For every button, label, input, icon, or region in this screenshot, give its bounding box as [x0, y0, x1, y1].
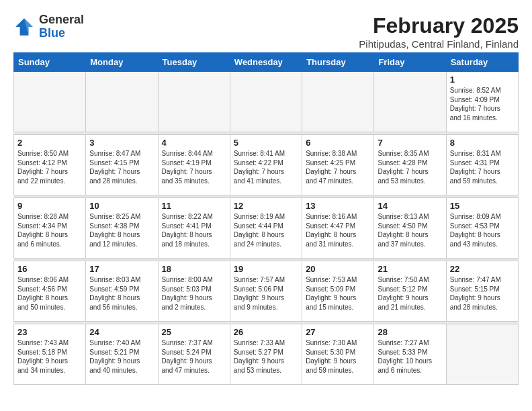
calendar-day: 22Sunrise: 7:47 AM Sunset: 5:15 PM Dayli… — [446, 261, 518, 322]
day-number: 24 — [89, 327, 154, 337]
calendar-header-sunday: Sunday — [14, 53, 86, 72]
calendar-header-friday: Friday — [374, 53, 446, 72]
logo: General Blue — [13, 13, 84, 40]
calendar-day: 18Sunrise: 8:00 AM Sunset: 5:03 PM Dayli… — [158, 261, 230, 322]
day-info: Sunrise: 8:19 AM Sunset: 4:44 PM Dayligh… — [234, 212, 298, 248]
day-info: Sunrise: 8:41 AM Sunset: 4:22 PM Dayligh… — [234, 149, 298, 185]
calendar-day: 5Sunrise: 8:41 AM Sunset: 4:22 PM Daylig… — [230, 135, 302, 195]
calendar-day: 11Sunrise: 8:22 AM Sunset: 4:41 PM Dayli… — [158, 198, 230, 259]
day-number: 26 — [234, 327, 298, 337]
day-number: 22 — [450, 264, 515, 274]
calendar-day — [14, 72, 86, 132]
logo-blue-label: Blue — [39, 27, 84, 40]
calendar-day: 28Sunrise: 7:27 AM Sunset: 5:33 PM Dayli… — [374, 324, 446, 385]
day-number: 15 — [450, 201, 515, 211]
calendar-week-3: 9Sunrise: 8:28 AM Sunset: 4:34 PM Daylig… — [14, 198, 519, 259]
day-number: 14 — [378, 201, 442, 211]
day-info: Sunrise: 8:28 AM Sunset: 4:34 PM Dayligh… — [17, 212, 82, 248]
calendar-day: 7Sunrise: 8:35 AM Sunset: 4:28 PM Daylig… — [374, 135, 446, 195]
day-number: 12 — [234, 201, 298, 211]
day-number: 27 — [306, 327, 370, 337]
day-info: Sunrise: 7:40 AM Sunset: 5:21 PM Dayligh… — [89, 338, 154, 375]
calendar-day: 12Sunrise: 8:19 AM Sunset: 4:44 PM Dayli… — [230, 198, 302, 259]
calendar-day: 21Sunrise: 7:50 AM Sunset: 5:12 PM Dayli… — [374, 261, 446, 322]
day-number: 5 — [234, 138, 298, 148]
calendar-week-5: 23Sunrise: 7:43 AM Sunset: 5:18 PM Dayli… — [14, 324, 519, 385]
subtitle: Pihtipudas, Central Finland, Finland — [359, 38, 519, 50]
calendar-day — [374, 72, 446, 132]
day-info: Sunrise: 8:52 AM Sunset: 4:09 PM Dayligh… — [450, 86, 515, 122]
calendar-day: 1Sunrise: 8:52 AM Sunset: 4:09 PM Daylig… — [446, 72, 518, 132]
day-number: 3 — [89, 138, 154, 148]
calendar-day: 16Sunrise: 8:06 AM Sunset: 4:56 PM Dayli… — [14, 261, 86, 322]
day-info: Sunrise: 8:25 AM Sunset: 4:38 PM Dayligh… — [89, 212, 154, 248]
day-number: 23 — [17, 327, 82, 337]
logo-general-label: General — [39, 13, 84, 27]
calendar-day: 27Sunrise: 7:30 AM Sunset: 5:30 PM Dayli… — [302, 324, 374, 385]
calendar-day — [158, 72, 230, 132]
calendar-day: 24Sunrise: 7:40 AM Sunset: 5:21 PM Dayli… — [86, 324, 158, 385]
day-info: Sunrise: 7:33 AM Sunset: 5:27 PM Dayligh… — [234, 338, 298, 375]
calendar-header-wednesday: Wednesday — [230, 53, 302, 72]
calendar-day — [302, 72, 374, 132]
day-info: Sunrise: 7:53 AM Sunset: 5:09 PM Dayligh… — [306, 275, 370, 312]
calendar-header-row: SundayMondayTuesdayWednesdayThursdayFrid… — [14, 53, 519, 72]
day-number: 11 — [162, 201, 226, 211]
calendar-header-tuesday: Tuesday — [158, 53, 230, 72]
day-number: 8 — [450, 138, 515, 148]
day-info: Sunrise: 8:09 AM Sunset: 4:53 PM Dayligh… — [450, 212, 515, 248]
calendar-day: 10Sunrise: 8:25 AM Sunset: 4:38 PM Dayli… — [86, 198, 158, 259]
day-info: Sunrise: 7:37 AM Sunset: 5:24 PM Dayligh… — [162, 338, 226, 375]
day-info: Sunrise: 7:47 AM Sunset: 5:15 PM Dayligh… — [450, 275, 515, 312]
day-info: Sunrise: 8:47 AM Sunset: 4:15 PM Dayligh… — [89, 149, 154, 185]
day-number: 20 — [306, 264, 370, 274]
calendar-day — [446, 324, 518, 385]
day-info: Sunrise: 8:44 AM Sunset: 4:19 PM Dayligh… — [162, 149, 226, 185]
calendar-day: 9Sunrise: 8:28 AM Sunset: 4:34 PM Daylig… — [14, 198, 86, 259]
day-number: 16 — [17, 264, 82, 274]
calendar-week-2: 2Sunrise: 8:50 AM Sunset: 4:12 PM Daylig… — [14, 135, 519, 195]
day-info: Sunrise: 7:57 AM Sunset: 5:06 PM Dayligh… — [234, 275, 298, 312]
calendar-day: 25Sunrise: 7:37 AM Sunset: 5:24 PM Dayli… — [158, 324, 230, 385]
calendar-day — [86, 72, 158, 132]
main-title: February 2025 — [359, 13, 519, 38]
page: General Blue February 2025 Pihtipudas, C… — [0, 0, 532, 392]
day-number: 1 — [450, 75, 515, 85]
calendar-header-monday: Monday — [86, 53, 158, 72]
calendar-day: 19Sunrise: 7:57 AM Sunset: 5:06 PM Dayli… — [230, 261, 302, 322]
day-number: 18 — [162, 264, 226, 274]
title-section: February 2025 Pihtipudas, Central Finlan… — [359, 13, 519, 50]
calendar-day: 3Sunrise: 8:47 AM Sunset: 4:15 PM Daylig… — [86, 135, 158, 195]
logo-icon — [13, 16, 35, 38]
day-number: 17 — [89, 264, 154, 274]
day-info: Sunrise: 8:22 AM Sunset: 4:41 PM Dayligh… — [162, 212, 226, 248]
day-info: Sunrise: 8:03 AM Sunset: 4:59 PM Dayligh… — [89, 275, 154, 312]
calendar-day: 4Sunrise: 8:44 AM Sunset: 4:19 PM Daylig… — [158, 135, 230, 195]
calendar-week-4: 16Sunrise: 8:06 AM Sunset: 4:56 PM Dayli… — [14, 261, 519, 322]
day-info: Sunrise: 8:35 AM Sunset: 4:28 PM Dayligh… — [378, 149, 442, 185]
day-info: Sunrise: 7:50 AM Sunset: 5:12 PM Dayligh… — [378, 275, 442, 312]
day-number: 25 — [162, 327, 226, 337]
calendar-day: 13Sunrise: 8:16 AM Sunset: 4:47 PM Dayli… — [302, 198, 374, 259]
day-info: Sunrise: 8:38 AM Sunset: 4:25 PM Dayligh… — [306, 149, 370, 185]
logo-text: General Blue — [39, 13, 84, 40]
day-number: 9 — [17, 201, 82, 211]
calendar: SundayMondayTuesdayWednesdayThursdayFrid… — [13, 52, 519, 385]
day-number: 6 — [306, 138, 370, 148]
day-info: Sunrise: 8:31 AM Sunset: 4:31 PM Dayligh… — [450, 149, 515, 185]
day-info: Sunrise: 7:43 AM Sunset: 5:18 PM Dayligh… — [17, 338, 82, 375]
day-info: Sunrise: 8:00 AM Sunset: 5:03 PM Dayligh… — [162, 275, 226, 312]
calendar-day: 17Sunrise: 8:03 AM Sunset: 4:59 PM Dayli… — [86, 261, 158, 322]
day-number: 2 — [17, 138, 82, 148]
calendar-day: 15Sunrise: 8:09 AM Sunset: 4:53 PM Dayli… — [446, 198, 518, 259]
day-number: 10 — [89, 201, 154, 211]
day-number: 7 — [378, 138, 442, 148]
day-number: 21 — [378, 264, 442, 274]
day-number: 19 — [234, 264, 298, 274]
calendar-day: 8Sunrise: 8:31 AM Sunset: 4:31 PM Daylig… — [446, 135, 518, 195]
day-number: 28 — [378, 327, 442, 337]
calendar-day: 20Sunrise: 7:53 AM Sunset: 5:09 PM Dayli… — [302, 261, 374, 322]
calendar-header-saturday: Saturday — [446, 53, 518, 72]
calendar-day: 23Sunrise: 7:43 AM Sunset: 5:18 PM Dayli… — [14, 324, 86, 385]
calendar-day — [230, 72, 302, 132]
